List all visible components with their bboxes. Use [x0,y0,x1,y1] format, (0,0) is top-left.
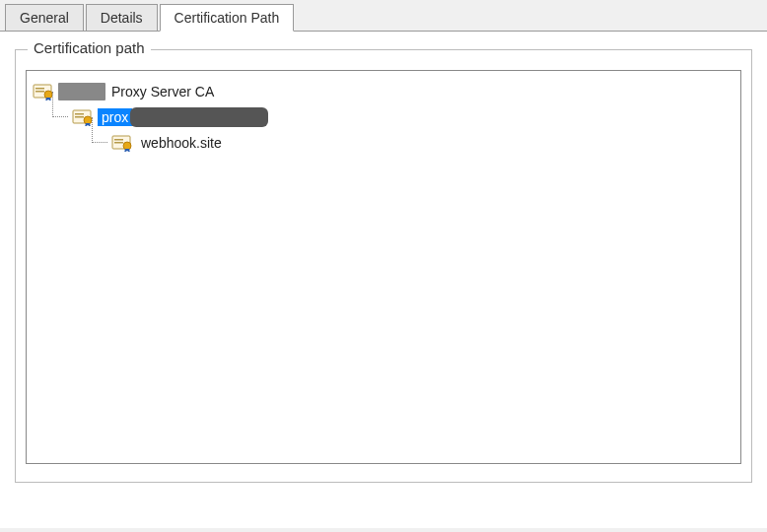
certificate-icon [111,134,133,152]
tree-node-leaf[interactable]: webhook.site [33,130,734,156]
tab-panel: Certification path Proxy Server CA [0,31,767,528]
tab-details[interactable]: Details [86,4,158,32]
svg-point-11 [123,142,131,150]
svg-point-7 [84,116,92,124]
group-title: Certification path [28,39,151,56]
tab-strip: General Details Certification Path [0,0,767,31]
svg-rect-5 [75,113,84,115]
tree-node-root-ca[interactable]: Proxy Server CA [33,79,734,104]
tab-certification-path[interactable]: Certification Path [160,4,295,32]
certification-path-group: Certification path Proxy Server CA [15,49,752,483]
node-label: Proxy Server CA [107,83,218,100]
certificate-icon [33,83,54,100]
cert-chain-tree[interactable]: Proxy Server CA prox [26,70,741,464]
tree-node-intermediate[interactable]: prox [33,104,734,130]
tab-general[interactable]: General [5,4,84,32]
svg-point-3 [44,91,52,99]
node-label: webhook.site [137,134,226,152]
svg-rect-6 [75,116,84,118]
svg-rect-9 [114,139,123,141]
svg-rect-10 [114,142,123,144]
svg-rect-1 [35,88,44,90]
certificate-icon [72,108,94,126]
redacted-text [130,107,268,127]
svg-rect-2 [35,91,44,93]
